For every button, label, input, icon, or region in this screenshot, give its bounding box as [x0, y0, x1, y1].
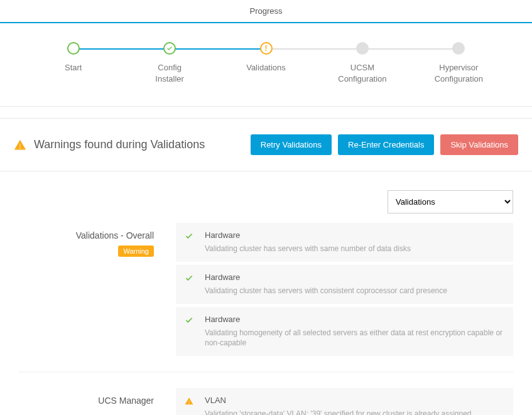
- step-label: Config Installer: [155, 62, 184, 84]
- step-status-done-icon: [67, 42, 80, 55]
- step-status-pending-icon: [356, 42, 369, 55]
- status-badge: Warning: [118, 245, 154, 257]
- step-validations: Validations: [218, 42, 314, 73]
- item-description: Validating 'storage-data' VLAN: '39' spe…: [205, 409, 504, 415]
- step-connector: [170, 48, 266, 50]
- warning-message: Warnings found during Validations: [34, 138, 205, 151]
- step-connector: [266, 48, 362, 50]
- step-label: Validations: [246, 62, 286, 73]
- item-category: Hardware: [205, 315, 504, 324]
- item-category: Hardware: [205, 230, 504, 240]
- warning-icon: [14, 139, 26, 151]
- step-status-done-icon: [163, 42, 176, 55]
- validation-item: VLAN Validating 'storage-data' VLAN: '39…: [176, 388, 513, 415]
- section-title: UCS Manager: [19, 396, 154, 406]
- warning-bar: Warnings found during Validations Retry …: [0, 118, 532, 171]
- checkmark-icon: [166, 45, 173, 51]
- progress-stepper: Start Config Installer Validations UCSM …: [0, 23, 532, 107]
- success-icon: [185, 232, 193, 240]
- warning-icon: [185, 397, 193, 406]
- step-label: Hypervisor Configuration: [435, 62, 483, 84]
- success-icon: [185, 316, 193, 325]
- success-icon: [185, 274, 193, 283]
- item-description: Validating cluster has servers with same…: [205, 244, 504, 254]
- item-category: VLAN: [205, 396, 504, 405]
- step-connector: [362, 48, 459, 50]
- section-title: Validations - Overall: [19, 230, 154, 240]
- view-select[interactable]: Validations: [388, 190, 513, 213]
- section-validations-overall: Validations - Overall Warning Hardware V…: [0, 223, 532, 372]
- step-status-pending-icon: [452, 42, 465, 55]
- item-category: Hardware: [205, 272, 504, 282]
- page-title: Progress: [249, 6, 282, 16]
- item-description: Validating cluster has servers with cons…: [205, 286, 504, 296]
- warning-actions: Retry Validations Re-Enter Credentials S…: [251, 134, 518, 155]
- item-description: Validating homogeneity of all selected s…: [205, 328, 504, 349]
- reenter-credentials-button[interactable]: Re-Enter Credentials: [338, 134, 434, 155]
- validation-item: Hardware Validating homogeneity of all s…: [176, 307, 513, 357]
- validation-item: Hardware Validating cluster has servers …: [176, 265, 513, 304]
- step-label: UCSM Configuration: [338, 62, 386, 84]
- validation-item: Hardware Validating cluster has servers …: [176, 223, 513, 262]
- retry-validations-button[interactable]: Retry Validations: [251, 134, 332, 155]
- step-connector: [73, 48, 170, 50]
- filter-row: Validations: [0, 171, 532, 223]
- section-ucs-manager: UCS Manager VLAN Validating 'storage-dat…: [19, 372, 513, 415]
- step-status-warn-icon: [260, 42, 273, 55]
- step-label: Start: [65, 62, 82, 73]
- skip-validations-button[interactable]: Skip Validations: [440, 134, 518, 155]
- page-header: Progress: [0, 0, 532, 23]
- step-start: Start: [25, 42, 121, 73]
